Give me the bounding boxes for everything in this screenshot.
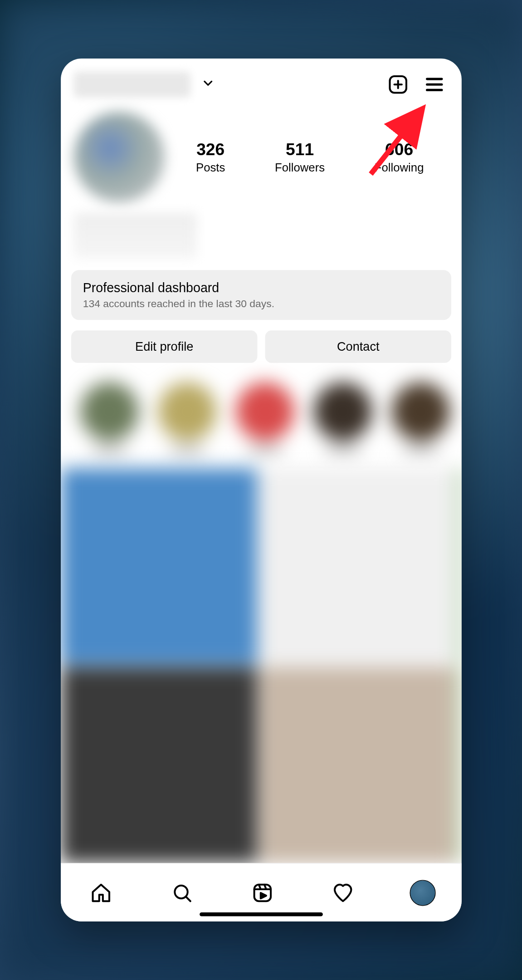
posts-label: Posts xyxy=(196,161,225,175)
svg-line-8 xyxy=(185,896,190,901)
bottom-navigation xyxy=(61,863,462,921)
post-thumbnail[interactable] xyxy=(259,667,456,863)
highlight-item[interactable] xyxy=(80,382,139,455)
followers-count: 511 xyxy=(274,140,324,160)
profile-header xyxy=(61,59,462,105)
highlight-item[interactable] xyxy=(158,382,216,455)
edit-profile-button[interactable]: Edit profile xyxy=(71,330,257,363)
profile-stats-row: 326 Posts 511 Followers 606 Following xyxy=(61,105,462,209)
post-thumbnail[interactable] xyxy=(458,468,461,664)
following-stat[interactable]: 606 Following xyxy=(374,140,424,175)
posts-grid xyxy=(61,468,462,863)
posts-count: 326 xyxy=(196,140,225,160)
post-thumbnail[interactable] xyxy=(458,667,461,863)
contact-button[interactable]: Contact xyxy=(265,330,451,363)
following-count: 606 xyxy=(374,140,424,160)
activity-tab[interactable] xyxy=(329,878,357,907)
bio-text xyxy=(73,213,197,258)
posts-stat[interactable]: 326 Posts xyxy=(196,140,225,175)
highlight-item[interactable] xyxy=(391,382,450,455)
professional-dashboard-card[interactable]: Professional dashboard 134 accounts reac… xyxy=(71,270,451,320)
search-tab[interactable] xyxy=(167,878,196,907)
post-thumbnail[interactable] xyxy=(61,468,257,664)
chevron-down-icon[interactable] xyxy=(201,76,215,93)
following-label: Following xyxy=(374,161,424,175)
home-tab[interactable] xyxy=(87,878,115,907)
highlight-item[interactable] xyxy=(236,382,294,455)
followers-label: Followers xyxy=(274,161,324,175)
dashboard-title: Professional dashboard xyxy=(83,280,439,295)
username-dropdown[interactable] xyxy=(73,72,190,98)
reels-tab[interactable] xyxy=(248,878,277,907)
action-buttons-row: Edit profile Contact xyxy=(71,330,451,363)
followers-stat[interactable]: 511 Followers xyxy=(274,140,324,175)
post-thumbnail[interactable] xyxy=(61,667,257,863)
dashboard-subtitle: 134 accounts reached in the last 30 days… xyxy=(83,298,439,310)
highlight-item[interactable] xyxy=(313,382,372,455)
story-highlights-row xyxy=(61,369,462,468)
post-thumbnail[interactable] xyxy=(259,468,456,664)
profile-avatar[interactable] xyxy=(73,112,164,202)
profile-tab[interactable] xyxy=(410,880,435,906)
home-indicator xyxy=(200,912,323,916)
create-post-button[interactable] xyxy=(384,70,412,99)
phone-frame: 326 Posts 511 Followers 606 Following Pr… xyxy=(61,59,462,921)
hamburger-menu-button[interactable] xyxy=(420,70,449,99)
